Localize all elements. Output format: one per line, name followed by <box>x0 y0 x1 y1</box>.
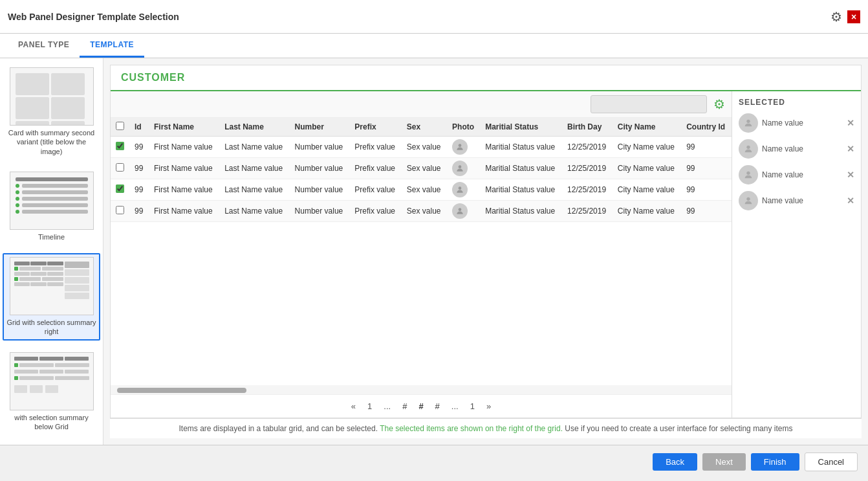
cell-sex-0: Sex value <box>402 137 447 158</box>
cell-prefix-2: Prefix value <box>349 179 401 201</box>
table-body: 99 First Name value Last Name value Numb… <box>111 137 732 222</box>
cell-birthday-1: 12/25/2019 <box>562 158 613 179</box>
pagination-hash3[interactable]: # <box>431 400 444 412</box>
col-maritial: Maritial Status <box>480 118 562 137</box>
title-bar: Web Panel Designer Template Selection ⚙ … <box>0 0 868 34</box>
sidebar-preview-timeline <box>10 172 94 230</box>
preview-panel-title: CUSTOMER <box>121 72 185 84</box>
sidebar-item-grid-below[interactable]: with selection summary below Grid <box>3 348 100 436</box>
data-table: Id First Name Last Name Number Prefix Se… <box>111 118 732 222</box>
cell-lastname-3: Last Name value <box>219 201 289 222</box>
cell-countryid-3: 99 <box>681 201 732 222</box>
selected-remove-2[interactable]: ✕ <box>847 170 854 180</box>
selected-avatar-3 <box>739 191 758 210</box>
finish-button[interactable]: Finish <box>751 453 799 471</box>
sidebar-item-grid-right[interactable]: Grid with selection summary right <box>3 253 100 341</box>
cell-firstname-0: First Name value <box>149 137 219 158</box>
cell-lastname-2: Last Name value <box>219 179 289 201</box>
preview-area: CUSTOMER ⚙ <box>103 58 868 445</box>
sidebar-item-card-summary[interactable]: Card with summary second variant (title … <box>3 63 100 160</box>
cell-cityname-0: City Name value <box>613 137 681 158</box>
cell-birthday-2: 12/25/2019 <box>562 179 613 201</box>
row-checkbox-1[interactable] <box>116 163 124 172</box>
pagination-first[interactable]: « <box>347 400 360 412</box>
col-birthday: Birth Day <box>562 118 613 137</box>
next-button[interactable]: Next <box>702 453 746 471</box>
tab-template[interactable]: TEMPLATE <box>80 34 144 58</box>
selected-item: Name value ✕ <box>739 165 854 185</box>
cell-birthday-0: 12/25/2019 <box>562 137 613 158</box>
sidebar-item-timeline[interactable]: Timeline <box>3 168 100 245</box>
pagination-last1[interactable]: 1 <box>466 400 479 412</box>
cell-id-1: 99 <box>129 158 149 179</box>
preview-card-grid <box>13 71 91 122</box>
row-checkbox-0[interactable] <box>116 142 124 150</box>
settings-icon[interactable]: ⚙ <box>713 96 725 112</box>
cell-cityname-1: City Name value <box>613 158 681 179</box>
svg-point-7 <box>746 197 750 201</box>
cell-prefix-1: Prefix value <box>349 158 401 179</box>
search-input[interactable] <box>591 95 707 113</box>
cell-prefix-0: Prefix value <box>349 137 401 158</box>
selected-remove-3[interactable]: ✕ <box>847 196 854 206</box>
photo-icon-3 <box>452 203 468 219</box>
photo-icon-0 <box>452 139 468 155</box>
col-countryid: Country Id <box>681 118 732 137</box>
selected-name-3: Name value <box>762 196 843 205</box>
photo-icon-2 <box>452 182 468 197</box>
description-text: Items are displayed in a tabular grid, a… <box>179 424 793 433</box>
selected-name-0: Name value <box>762 118 843 128</box>
pagination-dots2: ... <box>448 400 462 412</box>
selected-item: Name value ✕ <box>739 113 854 133</box>
pagination-prev1[interactable]: 1 <box>363 400 376 412</box>
svg-point-4 <box>746 120 750 123</box>
pagination-hash2[interactable]: # <box>415 400 427 412</box>
grid-toolbar: ⚙ <box>111 91 732 118</box>
grid-area: ⚙ Id First Name <box>111 91 732 418</box>
back-button[interactable]: Back <box>653 453 697 471</box>
selected-item: Name value ✕ <box>739 139 854 159</box>
close-button[interactable]: × <box>847 10 860 23</box>
table-row: 99 First Name value Last Name value Numb… <box>111 158 732 179</box>
sidebar-preview-grid-right <box>10 257 94 315</box>
preview-grid-below-visual <box>13 355 91 407</box>
selected-title: SELECTED <box>739 98 854 107</box>
footer: Back Next Finish Cancel <box>0 445 868 478</box>
pagination: « 1 ... # # # ... 1 » <box>111 394 732 418</box>
row-checkbox-2[interactable] <box>116 185 124 193</box>
selected-remove-0[interactable]: ✕ <box>847 118 854 128</box>
main-content: Card with summary second variant (title … <box>0 58 868 445</box>
description-bar: Items are displayed in a tabular grid, a… <box>110 418 862 438</box>
cell-photo-0 <box>447 137 480 158</box>
cell-maritial-2: Maritial Status value <box>480 179 562 201</box>
col-number: Number <box>290 118 350 137</box>
preview-panel-body: ⚙ Id First Name <box>111 91 861 418</box>
sidebar-item-label-card: Card with summary second variant (title … <box>6 128 96 156</box>
col-lastname: Last Name <box>219 118 289 137</box>
row-checkbox-3[interactable] <box>116 206 124 214</box>
pagination-hash1[interactable]: # <box>398 400 411 412</box>
title-bar-title: Web Panel Designer Template Selection <box>8 12 179 22</box>
sidebar: Card with summary second variant (title … <box>0 58 103 445</box>
photo-icon-1 <box>452 161 468 176</box>
sidebar-preview-grid-below <box>10 352 94 410</box>
cell-number-3: Number value <box>290 201 350 222</box>
col-id: Id <box>129 118 149 137</box>
cancel-button[interactable]: Cancel <box>805 453 858 471</box>
sidebar-item-label-grid-below: with selection summary below Grid <box>6 413 96 432</box>
pagination-next[interactable]: » <box>483 400 495 412</box>
cell-maritial-3: Maritial Status value <box>480 201 562 222</box>
cell-id-2: 99 <box>129 179 149 201</box>
col-prefix: Prefix <box>349 118 401 137</box>
table-row: 99 First Name value Last Name value Numb… <box>111 201 732 222</box>
select-all-checkbox[interactable] <box>116 122 124 130</box>
cell-photo-3 <box>447 201 480 222</box>
horizontal-scrollbar[interactable] <box>111 385 732 394</box>
tab-panel-type[interactable]: PANEL TYPE <box>8 34 80 58</box>
svg-point-0 <box>459 144 462 147</box>
table-scroll-area[interactable]: Id First Name Last Name Number Prefix Se… <box>111 118 732 385</box>
cell-prefix-3: Prefix value <box>349 201 401 222</box>
selected-remove-1[interactable]: ✕ <box>847 144 854 154</box>
cell-countryid-1: 99 <box>681 158 732 179</box>
cell-maritial-1: Maritial Status value <box>480 158 562 179</box>
